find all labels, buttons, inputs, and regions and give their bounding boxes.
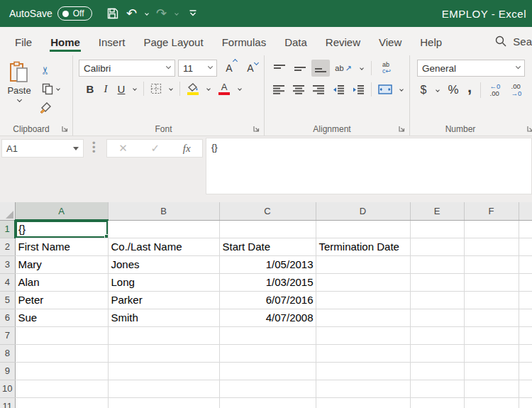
cell-E9[interactable] [410, 362, 464, 380]
cell-C11[interactable] [219, 397, 316, 408]
cell-D5[interactable] [316, 291, 410, 309]
cell-D4[interactable] [316, 273, 410, 291]
decrease-decimal-button[interactable]: .00 →0 [507, 81, 526, 99]
row-header-3[interactable]: 3 [0, 255, 15, 273]
cell-C1[interactable] [219, 220, 316, 238]
cell-F10[interactable] [464, 380, 519, 397]
cell-B1[interactable] [108, 220, 219, 238]
cell-G6[interactable] [519, 309, 532, 326]
copy-button[interactable] [37, 81, 64, 97]
tab-file[interactable]: File [6, 30, 41, 53]
cell-B10[interactable] [108, 380, 219, 397]
font-color-dropdown[interactable] [235, 81, 245, 97]
cell-G7[interactable] [519, 326, 532, 344]
cell-G8[interactable] [519, 344, 532, 362]
name-box[interactable]: A1 [1, 139, 84, 158]
cell-C3[interactable]: 1/05/2013 [219, 255, 316, 273]
cell-F2[interactable] [464, 238, 519, 255]
alignment-dialog-launcher-icon[interactable] [398, 125, 406, 133]
percent-style-button[interactable]: % [445, 81, 461, 99]
column-header-D[interactable]: D [316, 202, 410, 220]
row-header-1[interactable]: 1 [0, 220, 15, 238]
wrap-text-button[interactable]: ab c↩ [376, 60, 397, 77]
row-header-9[interactable]: 9 [0, 362, 15, 380]
borders-button[interactable] [148, 80, 165, 97]
row-header-2[interactable]: 2 [0, 238, 15, 255]
cell-A3[interactable]: Mary [15, 255, 108, 273]
cell-A5[interactable]: Peter [15, 291, 108, 309]
tab-review[interactable]: Review [316, 30, 370, 53]
cell-F8[interactable] [464, 344, 519, 362]
cell-B7[interactable] [108, 326, 219, 344]
tab-formulas[interactable]: Formulas [213, 30, 276, 53]
cell-A2[interactable]: First Name [15, 238, 108, 255]
cell-D1[interactable] [316, 220, 410, 238]
cell-A11[interactable] [15, 397, 108, 408]
row-header-11[interactable]: 11 [0, 397, 15, 408]
cell-C7[interactable] [219, 326, 316, 344]
underline-dropdown[interactable] [130, 81, 140, 97]
number-dialog-launcher-icon[interactable] [526, 125, 532, 133]
cell-F4[interactable] [464, 273, 519, 291]
cell-G4[interactable] [519, 273, 532, 291]
cell-B5[interactable]: Parker [108, 291, 219, 309]
cell-D9[interactable] [316, 362, 410, 380]
tab-home[interactable]: Home [41, 30, 89, 53]
formula-bar-grip[interactable]: ••• [92, 141, 96, 154]
cell-D3[interactable] [316, 255, 410, 273]
merge-center-button[interactable] [376, 81, 395, 98]
font-family-select[interactable]: Calibri [79, 60, 175, 77]
top-align-button[interactable] [270, 60, 289, 77]
cell-D10[interactable] [316, 380, 410, 397]
cell-D11[interactable] [316, 397, 410, 408]
cell-D8[interactable] [316, 344, 410, 362]
enter-icon[interactable]: ✓ [151, 142, 160, 155]
align-right-button[interactable] [310, 81, 328, 98]
cell-A10[interactable] [15, 380, 108, 397]
tab-page-layout[interactable]: Page Layout [134, 30, 212, 53]
cell-G5[interactable] [519, 291, 532, 309]
tab-insert[interactable]: Insert [89, 30, 135, 53]
font-dialog-launcher-icon[interactable] [253, 125, 261, 133]
cell-B11[interactable] [108, 397, 219, 408]
cell-E4[interactable] [410, 273, 464, 291]
increase-decimal-button[interactable]: ←0 .00 [486, 81, 504, 99]
cell-B3[interactable]: Jones [108, 255, 219, 273]
cell-C2[interactable]: Start Date [219, 238, 316, 255]
tab-view[interactable]: View [370, 30, 411, 53]
cell-E3[interactable] [410, 255, 464, 273]
cell-C6[interactable]: 4/07/2008 [219, 309, 316, 326]
name-box-dropdown-icon[interactable] [73, 147, 79, 150]
middle-align-button[interactable] [291, 60, 309, 77]
cell-F9[interactable] [464, 362, 519, 380]
center-button[interactable] [290, 81, 308, 98]
select-all-corner[interactable] [0, 202, 15, 220]
comma-style-button[interactable]: , [464, 81, 475, 99]
align-left-button[interactable] [270, 81, 288, 98]
cell-G9[interactable] [519, 362, 532, 380]
customize-qat-button[interactable] [184, 4, 201, 23]
fill-color-button[interactable] [184, 80, 202, 97]
row-header-8[interactable]: 8 [0, 344, 15, 362]
decrease-indent-button[interactable] [329, 81, 347, 98]
search-box[interactable]: Sea [495, 35, 532, 48]
italic-button[interactable]: I [99, 80, 113, 97]
cell-B8[interactable] [108, 344, 219, 362]
bold-button[interactable]: B [83, 80, 97, 97]
tab-help[interactable]: Help [411, 30, 451, 53]
column-header-A[interactable]: A [15, 202, 108, 220]
cell-G1[interactable] [519, 220, 532, 238]
cell-D2[interactable]: Termination Date [316, 238, 410, 255]
cell-F5[interactable] [464, 291, 519, 309]
format-painter-button[interactable] [37, 99, 54, 115]
paste-button[interactable]: Paste [3, 60, 35, 123]
cell-G10[interactable] [519, 380, 532, 397]
undo-dropdown[interactable] [142, 4, 152, 23]
borders-dropdown[interactable] [166, 81, 176, 97]
row-header-4[interactable]: 4 [0, 273, 15, 291]
cell-B9[interactable] [108, 362, 219, 380]
row-header-6[interactable]: 6 [0, 309, 15, 326]
cell-E5[interactable] [410, 291, 464, 309]
cell-A6[interactable]: Sue [15, 309, 108, 326]
undo-button[interactable]: ↶ [125, 4, 139, 23]
